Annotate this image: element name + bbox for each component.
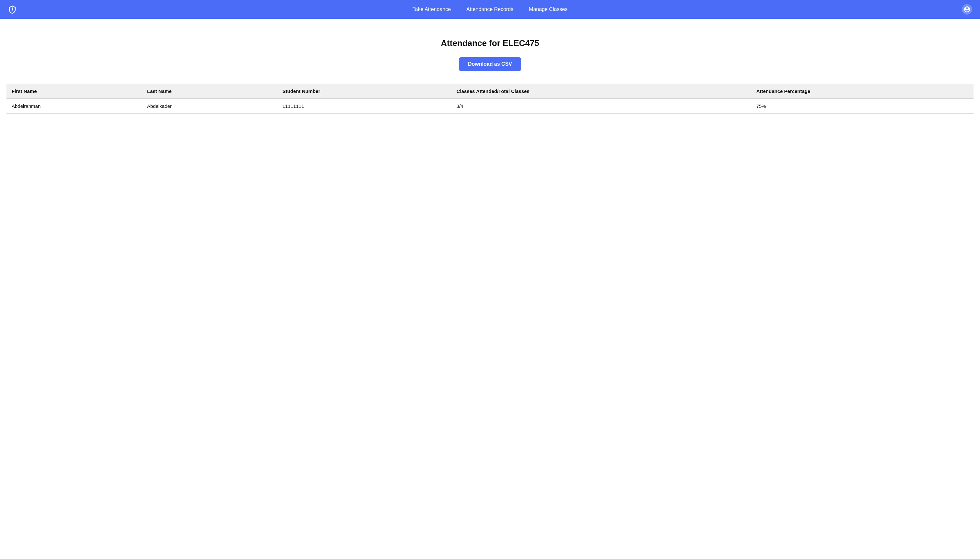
- col-header-attendance-pct: Attendance Percentage: [751, 84, 973, 99]
- app-logo: [8, 5, 17, 14]
- col-header-last-name: Last Name: [142, 84, 277, 99]
- main-content: Attendance for ELEC475 Download as CSV F…: [0, 19, 980, 120]
- nav-manage-classes[interactable]: Manage Classes: [529, 7, 567, 12]
- logo-icon: [8, 5, 17, 14]
- cell-classes-attended: 3/4: [451, 99, 751, 114]
- nav-attendance-records[interactable]: Attendance Records: [466, 7, 513, 12]
- col-header-first-name: First Name: [7, 84, 142, 99]
- user-menu[interactable]: [962, 4, 972, 15]
- page-title: Attendance for ELEC475: [441, 38, 539, 48]
- navbar: Take Attendance Attendance Records Manag…: [0, 0, 980, 19]
- table-row: AbdelrahmanAbdelkader111111113/475%: [7, 99, 973, 114]
- user-avatar-icon[interactable]: [962, 4, 972, 15]
- cell-student-number: 11111111: [277, 99, 451, 114]
- attendance-table: First Name Last Name Student Number Clas…: [7, 84, 973, 114]
- cell-last-name: Abdelkader: [142, 99, 277, 114]
- attendance-table-container: First Name Last Name Student Number Clas…: [7, 84, 973, 114]
- col-header-classes-attended: Classes Attended/Total Classes: [451, 84, 751, 99]
- col-header-student-number: Student Number: [277, 84, 451, 99]
- account-circle-icon: [963, 6, 971, 13]
- cell-attendance-pct: 75%: [751, 99, 973, 114]
- nav-take-attendance[interactable]: Take Attendance: [413, 7, 451, 12]
- cell-first-name: Abdelrahman: [7, 99, 142, 114]
- table-header-row: First Name Last Name Student Number Clas…: [7, 84, 973, 99]
- nav-links: Take Attendance Attendance Records Manag…: [413, 7, 567, 12]
- download-csv-button[interactable]: Download as CSV: [459, 57, 521, 71]
